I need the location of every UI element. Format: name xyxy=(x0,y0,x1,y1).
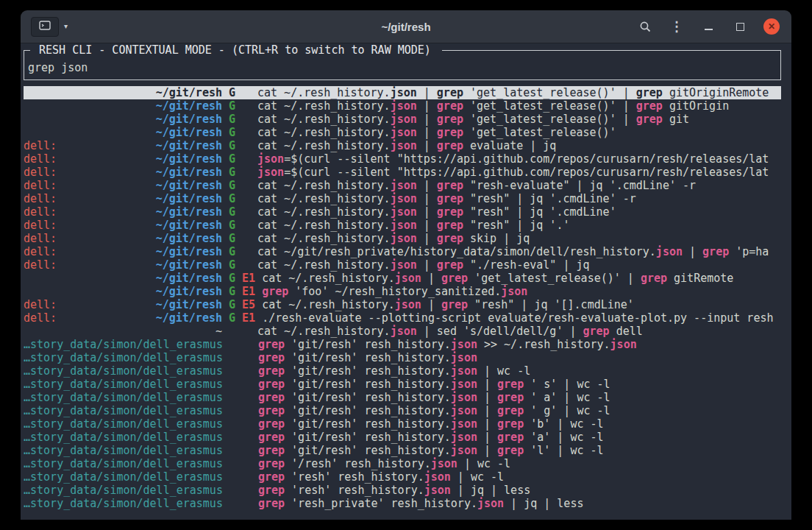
match-highlight: json xyxy=(424,484,451,497)
history-row[interactable]: ~/git/reshGcat ~/.resh_history.json | gr… xyxy=(24,99,781,113)
history-row[interactable]: dell:~/git/reshGcat ~/git/resh_private/h… xyxy=(24,245,781,258)
directory-label: ~/git/resh xyxy=(156,311,222,325)
history-row[interactable]: …story_data/simon/dell_erasmusgrep 'git/… xyxy=(24,417,781,431)
row-location: dell:~/git/resh xyxy=(24,311,222,325)
history-row[interactable]: …story_data/simon/dell_erasmusgrep 'git/… xyxy=(24,404,781,417)
history-row[interactable]: dell:~/git/reshGcat ~/.resh_history.json… xyxy=(24,192,781,205)
row-location: ~/git/resh xyxy=(24,272,222,285)
directory-label: …story_data/simon/dell_erasmus xyxy=(24,431,223,444)
match-highlight: grep xyxy=(497,378,524,391)
row-location: dell:~/git/resh xyxy=(24,152,222,166)
chevron-down-icon[interactable]: ▾ xyxy=(64,23,68,30)
command-text: grep 'git/resh' resh_history.json >> ~/.… xyxy=(258,338,781,351)
history-row[interactable]: dell:~/git/reshGcat ~/.resh_history.json… xyxy=(24,139,781,152)
match-highlight: grep xyxy=(441,272,468,285)
history-row[interactable]: …story_data/simon/dell_erasmusgrep 'resh… xyxy=(24,497,781,510)
flag-badge: G xyxy=(229,166,235,179)
history-row[interactable]: …story_data/simon/dell_erasmusgrep 'git/… xyxy=(24,431,781,444)
match-highlight: grep xyxy=(258,378,285,391)
row-flags xyxy=(223,391,258,404)
match-highlight: json xyxy=(451,431,477,444)
search-query-input[interactable]: grep json xyxy=(28,61,780,74)
row-flags: G xyxy=(222,232,257,245)
match-highlight: grep xyxy=(497,431,524,444)
row-flags: G xyxy=(222,99,257,113)
match-highlight: json xyxy=(451,391,477,404)
command-text: grep 'resh' resh_history.json | jq | les… xyxy=(258,484,781,497)
new-terminal-button[interactable] xyxy=(31,17,59,37)
history-row[interactable]: dell:~/git/reshGcat ~/.resh_history.json… xyxy=(24,205,781,219)
row-location: …story_data/simon/dell_erasmus xyxy=(24,444,223,457)
flag-badge: E1 xyxy=(235,311,255,325)
history-row[interactable]: …story_data/simon/dell_erasmusgrep 'git/… xyxy=(24,378,781,391)
flag-badge: G xyxy=(229,205,235,219)
history-row[interactable]: …story_data/simon/dell_erasmusgrep 'resh… xyxy=(24,484,781,497)
directory-label: ~/git/resh xyxy=(156,219,222,232)
row-flags: G xyxy=(222,258,257,272)
close-button[interactable]: ✕ xyxy=(763,18,780,35)
history-row[interactable]: dell:~/git/reshGcat ~/.resh_history.json… xyxy=(24,232,781,245)
match-highlight: grep xyxy=(641,272,667,285)
restore-button[interactable] xyxy=(732,18,748,35)
history-row[interactable]: ~/git/reshGcat ~/.resh_history.json | gr… xyxy=(24,86,781,99)
match-highlight: json xyxy=(391,232,417,245)
menu-kebab-icon[interactable]: ⋮ xyxy=(669,18,685,35)
match-highlight: json xyxy=(395,298,421,311)
row-flags: G xyxy=(222,86,257,99)
directory-label: ~/git/resh xyxy=(156,139,222,152)
row-flags: G xyxy=(222,179,257,192)
match-highlight: json xyxy=(391,192,417,205)
row-flags xyxy=(223,364,258,378)
match-highlight: json xyxy=(656,245,683,258)
command-text: json=$(curl --silent "https://api.github… xyxy=(257,166,781,179)
match-highlight: grep xyxy=(437,205,463,219)
row-location: …story_data/simon/dell_erasmus xyxy=(24,338,223,351)
directory-label: …story_data/simon/dell_erasmus xyxy=(24,338,223,351)
history-row[interactable]: …story_data/simon/dell_erasmusgrep 'git/… xyxy=(24,391,781,404)
history-row[interactable]: …story_data/simon/dell_erasmusgrep 'resh… xyxy=(24,470,781,484)
history-row[interactable]: …story_data/simon/dell_erasmusgrep 'git/… xyxy=(24,351,781,364)
history-row[interactable]: dell:~/git/reshGcat ~/.resh_history.json… xyxy=(24,219,781,232)
row-flags xyxy=(223,497,258,510)
history-row[interactable]: …story_data/simon/dell_erasmusgrep 'git/… xyxy=(24,364,781,378)
flag-badge: G xyxy=(229,99,235,113)
history-row[interactable]: …story_data/simon/dell_erasmusgrep '/res… xyxy=(24,457,781,470)
history-list: ~/git/reshGcat ~/.resh_history.json | gr… xyxy=(24,86,791,510)
history-row[interactable]: dell:~/git/reshGjson=$(curl --silent "ht… xyxy=(24,152,781,166)
match-highlight: json xyxy=(391,86,417,99)
history-row[interactable]: …story_data/simon/dell_erasmusgrep 'git/… xyxy=(24,444,781,457)
history-row[interactable]: ~/git/reshGcat ~/.resh_history.json | gr… xyxy=(24,113,781,126)
minimize-button[interactable] xyxy=(700,18,716,35)
match-highlight: grep xyxy=(636,86,663,99)
history-row[interactable]: dell:~/git/reshG E1./resh-evaluate --plo… xyxy=(24,311,781,325)
host-label: dell: xyxy=(24,298,57,311)
directory-label: ~/git/resh xyxy=(156,258,222,272)
row-flags xyxy=(223,404,258,417)
row-flags: G xyxy=(222,126,257,139)
row-flags xyxy=(223,484,258,497)
history-row[interactable]: dell:~/git/reshGjson=$(curl --silent "ht… xyxy=(24,166,781,179)
history-row[interactable]: ~/git/reshG E1grep 'foo' ~/resh_history_… xyxy=(24,285,781,298)
row-flags xyxy=(223,431,258,444)
match-highlight: grep xyxy=(258,497,285,510)
history-row[interactable]: ~/git/reshG E1cat ~/.resh_history.json |… xyxy=(24,272,781,285)
history-row[interactable]: ~/git/reshGcat ~/.resh_history.json | gr… xyxy=(24,126,781,139)
history-row[interactable]: dell:~/git/reshGcat ~/.resh_history.json… xyxy=(24,179,781,192)
history-row[interactable]: ~cat ~/.resh_history.json | sed 's/dell/… xyxy=(24,325,781,338)
match-highlight: grep xyxy=(258,457,285,470)
match-highlight: json xyxy=(391,258,417,272)
directory-label: …story_data/simon/dell_erasmus xyxy=(24,417,223,431)
terminal-content: RESH CLI - CONTEXTUAL MODE - (CTRL+R to … xyxy=(21,43,791,520)
command-text: cat ~/git/resh_private/history_data/simo… xyxy=(257,245,781,258)
history-row[interactable]: dell:~/git/reshG E5cat ~/.resh_history.j… xyxy=(24,298,781,311)
history-row[interactable]: dell:~/git/reshGcat ~/.resh_history.json… xyxy=(24,258,781,272)
directory-label: ~/git/resh xyxy=(156,152,222,166)
match-highlight: grep xyxy=(437,86,463,99)
flag-badge: G xyxy=(229,311,235,325)
history-row[interactable]: …story_data/simon/dell_erasmusgrep 'git/… xyxy=(24,338,781,351)
directory-label: ~/git/resh xyxy=(156,179,222,192)
directory-label: …story_data/simon/dell_erasmus xyxy=(24,364,223,378)
search-icon[interactable] xyxy=(637,18,653,35)
row-location: ~ xyxy=(24,325,222,338)
match-highlight: json xyxy=(395,272,421,285)
